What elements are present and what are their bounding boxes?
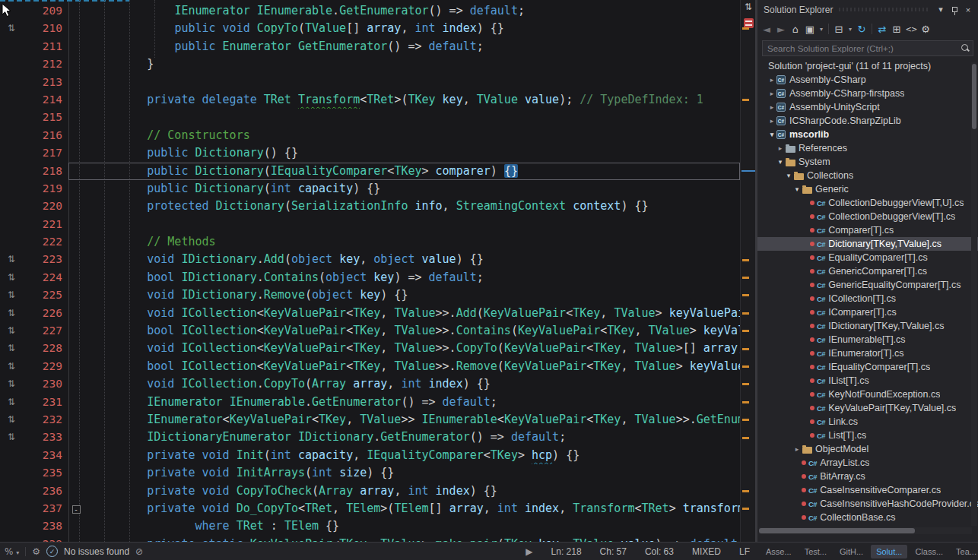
tree-item[interactable]: C#Dictionary[TKey,TValue].cs [757,237,978,251]
line-indicator[interactable]: Ln: 218 [551,546,582,557]
collapse-all-icon[interactable]: ⊟ [833,22,845,36]
code-line[interactable]: 236 private void CopyToCheck(Array array… [0,482,740,500]
line-number[interactable]: 232 [23,411,68,429]
tree-item[interactable]: C#CaseInsensitiveHashCodeProvider.cs [757,497,978,511]
line-number[interactable]: 214 [23,91,68,109]
expander-collapsed-icon[interactable]: ▸ [767,76,776,84]
tree-item[interactable]: C#IEqualityComparer[T].cs [757,360,978,374]
tree-item[interactable]: C#IEnumerator[T].cs [757,346,978,360]
tree-item[interactable]: C#ArrayList.cs [757,456,978,470]
line-number[interactable]: 223 [23,251,68,268]
code-line[interactable]: ⇅223 void IDictionary.Add(object key, ob… [0,251,740,268]
code-line[interactable]: 214 private delegate TRet Transform<TRet… [0,91,740,109]
refresh-icon[interactable]: ↻ [856,22,868,36]
tree-item[interactable]: C#EqualityComparer[T].cs [757,251,978,264]
line-number[interactable]: 215 [23,109,68,126]
line-ending-indicator[interactable]: LF [739,546,750,557]
tree-item[interactable]: ▸C#Assembly-UnityScript [757,100,978,114]
line-number[interactable]: 227 [23,322,68,340]
tree-item[interactable]: ▾System [757,155,978,169]
updown-arrows-icon[interactable]: ⇅ [0,394,23,411]
line-number[interactable]: 212 [23,55,68,73]
code-line[interactable]: 211 public Enumerator GetEnumerator() =>… [0,38,740,55]
properties-icon[interactable]: ⚙ [919,22,932,36]
line-number[interactable]: 209 [23,2,68,20]
scrollbar-th umb[interactable] [759,528,915,533]
annotations-badge-icon[interactable] [744,18,754,28]
tool-window-tab[interactable]: Class... [910,545,948,558]
code-line[interactable]: 212 } [0,55,740,73]
line-number[interactable]: 221 [23,216,68,233]
tree-item[interactable]: ▾Generic [757,182,978,196]
sync-active-document-icon[interactable]: ⇄ [876,22,888,36]
tool-window-tab[interactable]: Test... [799,545,832,558]
tree-item[interactable]: C#IDictionary[TKey,TValue].cs [757,319,978,333]
home-icon[interactable]: ⌂ [789,22,802,36]
updown-arrows-icon[interactable]: ⇅ [0,340,23,357]
expander-expanded-icon[interactable]: ▾ [784,172,793,179]
line-number[interactable]: 234 [23,447,68,464]
updown-arrows-icon[interactable]: ⇅ [0,251,23,268]
tree-vertical-scrollbar[interactable] [971,62,977,526]
switch-views-icon[interactable]: ▣ [804,22,816,36]
updown-arrows-icon[interactable]: ⇅ [0,358,23,375]
line-number[interactable]: 225 [23,286,68,304]
tree-item[interactable]: C#GenericEqualityComparer[T].cs [757,278,978,292]
updown-arrows-icon[interactable]: ⇅ [0,305,23,322]
code-line[interactable]: 235 private void InitArrays(int size) {} [0,464,740,482]
tree-item[interactable]: C#IList[T].cs [757,374,978,388]
tree-item[interactable]: C#List[T].cs [757,429,978,442]
window-position-icon[interactable]: ▾ [934,3,948,17]
tree-item[interactable]: ▸C#Assembly-CSharp [757,73,978,87]
expander-collapsed-icon[interactable]: ▸ [767,90,776,97]
tool-window-tab[interactable]: Solut... [871,545,907,558]
tree-item[interactable]: C#KeyValuePair[TKey,TValue].cs [757,401,978,415]
expander-collapsed-icon[interactable]: ▸ [767,103,776,111]
line-number[interactable]: 220 [23,198,68,215]
pin-icon[interactable] [948,3,961,17]
line-number[interactable]: 233 [23,429,68,446]
line-number[interactable]: 218 [23,163,68,180]
code-line[interactable]: 222 // Methods [0,233,740,251]
updown-arrows-icon[interactable]: ⇅ [0,20,23,37]
updown-arrows-icon[interactable]: ⇅ [0,269,23,286]
code-line[interactable]: 237- private void Do_CopyTo<TRet, TElem>… [0,500,740,517]
line-number[interactable]: 213 [23,74,68,91]
expander-collapsed-icon[interactable]: ▸ [767,117,776,125]
code-line[interactable]: 219 public Dictionary(int capacity) {} [0,180,740,198]
line-number[interactable]: 239 [23,536,68,542]
code-line[interactable]: 209 IEnumerator IEnumerable.GetEnumerato… [0,2,740,20]
line-number[interactable]: 228 [23,340,68,357]
code-line[interactable]: 216 // Constructors [0,127,740,144]
tools-icon[interactable]: ⚙ [32,546,40,557]
zoom-level[interactable]: % ▾ [5,546,19,557]
issues-message[interactable]: No issues found [64,546,129,557]
line-number[interactable]: 235 [23,464,68,482]
tree-item[interactable]: C#CollectionBase.cs [757,511,978,524]
split-editor-handle-icon[interactable]: ⇅ [741,2,756,12]
code-line[interactable]: 215 [0,109,740,126]
tree-item[interactable]: ▸C#ICSharpCode.SharpZipLib [757,114,978,128]
code-editor[interactable]: 209 IEnumerator IEnumerable.GetEnumerato… [0,0,740,542]
updown-arrows-icon[interactable]: ⇅ [0,411,23,429]
updown-arrows-icon[interactable]: ⇅ [0,429,23,446]
drag-grip[interactable] [839,8,928,11]
line-number[interactable]: 230 [23,375,68,393]
line-number[interactable]: 226 [23,305,68,322]
updown-arrows-icon[interactable]: ⇅ [0,286,23,304]
code-line[interactable]: ⇅232 IEnumerator<KeyValuePair<TKey, TVal… [0,411,740,429]
search-icon[interactable] [961,43,970,52]
line-number[interactable]: 238 [23,517,68,535]
line-number[interactable]: 211 [23,38,68,55]
code-line[interactable]: 239 private static KeyValuePair<TKey, TV… [0,536,740,542]
line-number[interactable]: 231 [23,394,68,411]
tree-item[interactable]: ▸ObjectModel [757,442,978,456]
expander-collapsed-icon[interactable]: ▸ [792,445,802,453]
encoding-indicator[interactable]: MIXED [692,546,721,557]
updown-arrows-icon[interactable]: ⇅ [0,375,23,393]
fold-collapse-icon[interactable]: - [69,500,83,517]
code-line[interactable]: ⇅225 void IDictionary.Remove(object key)… [0,286,740,304]
code-line[interactable]: ⇅228 void ICollection<KeyValuePair<TKey,… [0,340,740,357]
tree-horizontal-scrollbar[interactable] [759,527,972,534]
tree-item[interactable]: ▸References [757,141,978,155]
